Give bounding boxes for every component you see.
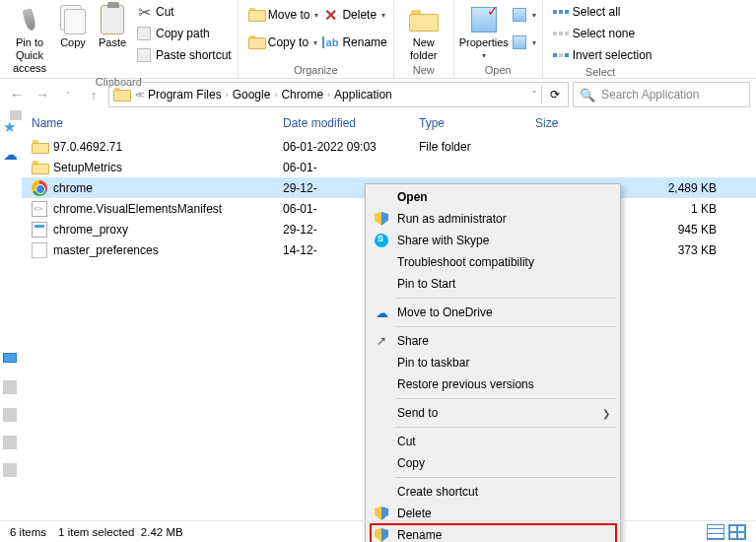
file-date: 06-01-2022 09:03 [273, 140, 409, 154]
nav-scrollbar[interactable] [10, 110, 22, 520]
status-size: 2.42 MB [141, 526, 183, 538]
search-box[interactable]: 🔍 Search Application [573, 82, 750, 107]
column-name[interactable]: Name [22, 116, 273, 130]
ctx-share[interactable]: ↗Share [368, 330, 618, 352]
move-to-label: Move to [268, 8, 310, 22]
ctx-pin-taskbar[interactable]: Pin to taskbar [368, 352, 618, 373]
move-to-icon [248, 7, 264, 23]
file-name: chrome.VisualElementsManifest [53, 202, 222, 216]
column-type[interactable]: Type [409, 116, 525, 130]
file-date: 06-01- [273, 161, 409, 174]
folder-icon [32, 160, 47, 175]
select-none-button[interactable]: Select none [553, 24, 653, 43]
nav-recent-dropdown[interactable]: ˅ [57, 84, 79, 105]
edit-dropdown[interactable] [512, 33, 536, 52]
context-menu: Open Run as administrator Share with Sky… [365, 183, 621, 542]
select-all-label: Select all [573, 5, 621, 19]
breadcrumb-seg[interactable]: Program Files [148, 88, 222, 102]
cut-button[interactable]: ✂Cut [136, 2, 232, 22]
paste-shortcut-button[interactable]: Paste shortcut [136, 45, 232, 65]
invert-selection-button[interactable]: Invert selection [553, 45, 653, 65]
ctx-copy-label: Copy [397, 456, 425, 470]
thumbnails-view-button[interactable] [728, 524, 746, 540]
pin-icon [22, 8, 36, 32]
address-dropdown[interactable]: ˅ [532, 90, 537, 100]
column-date[interactable]: Date modified [273, 116, 409, 130]
column-headers: Name Date modified Type Size [22, 110, 756, 136]
ctx-send-to[interactable]: Send to❯ [368, 402, 618, 424]
nav-back-button[interactable]: ← [6, 84, 28, 105]
shield-icon [374, 506, 389, 521]
delete-icon: ✕ [322, 7, 338, 23]
file-row[interactable]: 97.0.4692.7106-01-2022 09:03File folder [22, 136, 756, 157]
refresh-button[interactable]: ⟳ [546, 88, 564, 102]
ctx-copy[interactable]: Copy [368, 452, 618, 474]
rename-icon: ab [322, 34, 338, 50]
move-to-button[interactable]: Move to [248, 5, 319, 25]
copy-path-button[interactable]: Copy path [136, 24, 232, 43]
breadcrumb-sep: ≪ [135, 90, 144, 100]
paste-button[interactable]: Paste [93, 2, 132, 49]
ctx-restore-label: Restore previous versions [397, 377, 534, 391]
ctx-skype[interactable]: Share with Skype [368, 230, 618, 251]
chevron-right-icon: › [274, 90, 277, 100]
file-name: chrome [53, 181, 93, 195]
pin-quick-access-button[interactable]: Pin to Quick access [6, 2, 53, 75]
navbar: ← → ˅ ↑ ≪ Program Files › Google › Chrom… [0, 79, 756, 110]
breadcrumb-seg[interactable]: Google [233, 88, 271, 102]
address-bar[interactable]: ≪ Program Files › Google › Chrome › Appl… [108, 82, 569, 107]
xml-file-icon [32, 201, 47, 217]
paste-label: Paste [99, 36, 126, 49]
select-all-button[interactable]: Select all [553, 2, 653, 22]
ctx-shortcut-label: Create shortcut [397, 485, 478, 499]
ctx-open-label: Open [397, 190, 428, 204]
paste-shortcut-icon [136, 47, 152, 63]
copy-icon [60, 5, 86, 34]
ctx-share-label: Share [397, 334, 429, 348]
file-name: master_preferences [53, 243, 159, 257]
file-name: 97.0.4692.71 [53, 140, 122, 154]
navigation-pane[interactable]: ★ ☁ [0, 110, 22, 520]
ctx-open[interactable]: Open [368, 186, 618, 208]
ctx-onedrive[interactable]: ☁Move to OneDrive [368, 302, 618, 323]
paste-shortcut-label: Paste shortcut [156, 48, 232, 62]
copy-to-button[interactable]: Copy to [248, 33, 319, 52]
nav-up-button[interactable]: ↑ [83, 84, 104, 105]
ctx-run-admin-label: Run as administrator [397, 212, 507, 226]
properties-button[interactable]: ✓ Properties [460, 2, 508, 62]
ctx-pin-start[interactable]: Pin to Start [368, 273, 618, 295]
invert-selection-label: Invert selection [573, 48, 653, 62]
file-row[interactable]: SetupMetrics06-01- [22, 157, 756, 177]
ctx-skype-label: Share with Skype [397, 234, 489, 247]
exe-file-icon [32, 222, 47, 237]
ctx-troubleshoot[interactable]: Troubleshoot compatibility [368, 251, 618, 273]
properties-label: Properties [459, 36, 509, 49]
ctx-cut[interactable]: Cut [368, 431, 618, 452]
select-none-icon [553, 26, 569, 41]
open-group-label: Open [460, 63, 536, 78]
select-all-icon [553, 4, 569, 20]
delete-label: Delete [342, 8, 377, 22]
ctx-shortcut[interactable]: Create shortcut [368, 481, 618, 503]
copy-to-label: Copy to [268, 35, 309, 49]
breadcrumb-seg[interactable]: Application [334, 88, 392, 102]
ctx-restore[interactable]: Restore previous versions [368, 373, 618, 395]
new-folder-button[interactable]: New folder [400, 2, 447, 62]
status-selected: 1 item selected [58, 526, 134, 538]
details-view-button[interactable] [707, 524, 724, 540]
ctx-run-admin[interactable]: Run as administrator [368, 208, 618, 230]
delete-button[interactable]: ✕Delete [322, 5, 386, 25]
copy-path-icon [136, 26, 152, 41]
column-size[interactable]: Size [525, 116, 756, 130]
copy-button[interactable]: Copy [53, 2, 93, 49]
share-icon: ↗ [374, 333, 389, 349]
chevron-right-icon: ❯ [602, 408, 610, 419]
open-dropdown[interactable] [512, 5, 536, 25]
rename-button[interactable]: abRename [322, 33, 386, 52]
file-name: chrome_proxy [53, 223, 128, 237]
breadcrumb-seg[interactable]: Chrome [281, 88, 323, 102]
status-item-count: 6 items [10, 526, 46, 538]
nav-forward-button[interactable]: → [32, 84, 53, 105]
organize-group-label: Organize [244, 63, 387, 78]
onedrive-icon: ☁ [374, 305, 389, 320]
